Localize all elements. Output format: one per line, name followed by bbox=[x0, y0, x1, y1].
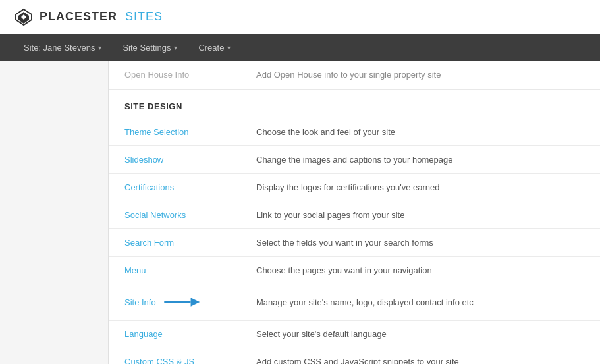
nav-create-caret: ▾ bbox=[227, 44, 231, 51]
slideshow-link[interactable]: Slideshow bbox=[109, 146, 240, 174]
table-row: Theme Selection Choose the look and feel… bbox=[109, 118, 600, 146]
search-form-desc: Select the fields you want in your searc… bbox=[240, 229, 600, 257]
sidebar bbox=[0, 61, 109, 364]
nav-site-label: Site: Jane Stevens bbox=[24, 43, 95, 53]
nav-site-caret: ▾ bbox=[98, 44, 101, 51]
table-row: Menu Choose the pages you want in your n… bbox=[109, 257, 600, 284]
nav-site-jane-stevens[interactable]: Site: Jane Stevens ▾ bbox=[13, 34, 112, 61]
open-house-row: Open House Info Add Open House info to y… bbox=[109, 61, 600, 90]
slideshow-desc: Change the images and captions to your h… bbox=[240, 146, 600, 174]
table-row: Search Form Select the fields you want i… bbox=[109, 229, 600, 257]
theme-selection-link[interactable]: Theme Selection bbox=[109, 118, 240, 146]
site-info-label[interactable]: Site Info bbox=[124, 298, 156, 307]
language-desc: Select your site's default language bbox=[240, 321, 600, 348]
content-area: Open House Info Add Open House info to y… bbox=[109, 61, 600, 364]
language-link[interactable]: Language bbox=[109, 321, 240, 348]
table-row: Social Networks Link to your social page… bbox=[109, 201, 600, 229]
table-row: Language Select your site's default lang… bbox=[109, 321, 600, 348]
certifications-desc: Display the logos for certifications you… bbox=[240, 174, 600, 201]
logo-sites: SITES bbox=[125, 10, 163, 24]
table-row: Site Info Manage your site's name, logo,… bbox=[109, 284, 600, 321]
social-networks-link[interactable]: Social Networks bbox=[109, 201, 240, 229]
top-header: PLACESTER SITES bbox=[0, 0, 600, 34]
nav-settings-caret: ▾ bbox=[174, 44, 177, 51]
open-house-label: Open House Info bbox=[124, 70, 256, 80]
menu-link[interactable]: Menu bbox=[109, 257, 240, 284]
certifications-link[interactable]: Certifications bbox=[109, 174, 240, 201]
site-info-arrow-container: Site Info bbox=[124, 293, 225, 311]
table-row: Custom CSS & JS Add custom CSS and JavaS… bbox=[109, 348, 600, 365]
table-row: Certifications Display the logos for cer… bbox=[109, 174, 600, 201]
svg-marker-4 bbox=[190, 298, 200, 307]
custom-css-js-desc: Add custom CSS and JavaScript snippets t… bbox=[240, 348, 600, 365]
main-layout: Open House Info Add Open House info to y… bbox=[0, 61, 600, 364]
design-table: Theme Selection Choose the look and feel… bbox=[109, 118, 600, 364]
menu-desc: Choose the pages you want in your naviga… bbox=[240, 257, 600, 284]
open-house-description: Add Open House info to your single prope… bbox=[256, 70, 441, 80]
nav-site-settings[interactable]: Site Settings ▾ bbox=[112, 34, 188, 61]
nav-settings-label: Site Settings bbox=[123, 43, 171, 53]
nav-bar: Site: Jane Stevens ▾ Site Settings ▾ Cre… bbox=[0, 34, 600, 61]
site-info-arrow-icon bbox=[161, 293, 201, 311]
custom-css-js-link[interactable]: Custom CSS & JS bbox=[109, 348, 240, 365]
search-form-link[interactable]: Search Form bbox=[109, 229, 240, 257]
nav-create[interactable]: Create ▾ bbox=[188, 34, 241, 61]
table-row: Slideshow Change the images and captions… bbox=[109, 146, 600, 174]
site-info-link[interactable]: Site Info bbox=[109, 284, 240, 321]
logo-area: PLACESTER SITES bbox=[13, 7, 163, 28]
site-design-header: SITE DESIGN bbox=[109, 90, 600, 118]
site-info-desc: Manage your site's name, logo, displayed… bbox=[240, 284, 600, 321]
theme-selection-desc: Choose the look and feel of your site bbox=[240, 118, 600, 146]
logo-text: PLACESTER bbox=[40, 10, 117, 24]
social-networks-desc: Link to your social pages from your site bbox=[240, 201, 600, 229]
nav-create-label: Create bbox=[198, 43, 224, 53]
placester-logo-icon bbox=[13, 7, 34, 28]
